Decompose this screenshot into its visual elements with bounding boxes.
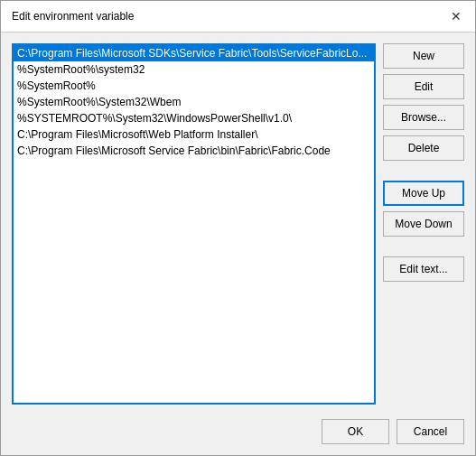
ok-button[interactable]: OK [322, 419, 389, 444]
move-up-button[interactable]: Move Up [383, 181, 464, 206]
list-item[interactable]: %SystemRoot% [14, 78, 374, 94]
list-item[interactable]: C:\Program Files\Microsoft Service Fabri… [14, 143, 374, 159]
delete-button[interactable]: Delete [383, 135, 464, 161]
title-bar: Edit environment variable ✕ [1, 1, 475, 33]
new-button[interactable]: New [383, 43, 464, 69]
close-button[interactable]: ✕ [448, 8, 464, 24]
move-down-button[interactable]: Move Down [383, 211, 464, 237]
edit-env-variable-dialog: Edit environment variable ✕ C:\Program F… [0, 0, 476, 456]
env-variable-list[interactable]: C:\Program Files\Microsoft SDKs\Service … [12, 43, 376, 405]
dialog-title: Edit environment variable [12, 10, 134, 23]
list-item[interactable]: %SYSTEMROOT%\System32\WindowsPowerShell\… [14, 110, 374, 126]
list-item[interactable]: C:\Program Files\Microsoft SDKs\Service … [14, 45, 374, 61]
list-item[interactable]: %SystemRoot%\system32 [14, 61, 374, 78]
list-item[interactable]: %SystemRoot%\System32\Wbem [14, 94, 374, 110]
dialog-footer: OK Cancel [1, 412, 475, 455]
list-area: C:\Program Files\Microsoft SDKs\Service … [12, 43, 376, 405]
edit-button[interactable]: Edit [383, 74, 464, 99]
edit-text-button[interactable]: Edit text... [383, 256, 464, 282]
buttons-area: New Edit Browse... Delete Move Up Move D… [383, 43, 464, 405]
dialog-content: C:\Program Files\Microsoft SDKs\Service … [1, 33, 475, 412]
list-item[interactable]: C:\Program Files\Microsoft\Web Platform … [14, 126, 374, 143]
browse-button[interactable]: Browse... [383, 105, 464, 130]
cancel-button[interactable]: Cancel [397, 419, 464, 444]
